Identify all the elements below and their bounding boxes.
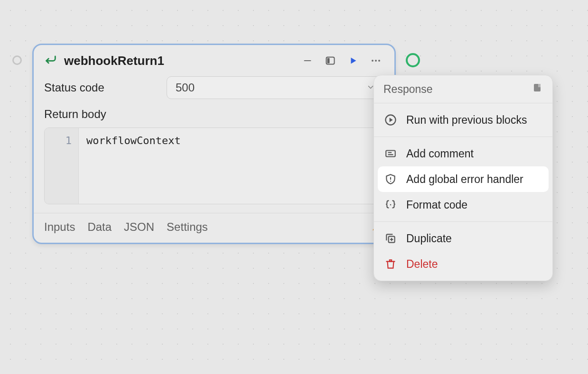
tab-inputs[interactable]: Inputs bbox=[44, 220, 75, 234]
menu-header: Response bbox=[374, 75, 552, 103]
braces-icon bbox=[383, 198, 398, 212]
menu-item-label: Duplicate bbox=[406, 232, 452, 245]
trash-icon bbox=[383, 257, 398, 271]
menu-run-previous[interactable]: Run with previous blocks bbox=[378, 107, 549, 133]
code-gutter: 1 bbox=[45, 128, 79, 204]
menu-format-code[interactable]: Format code bbox=[378, 192, 549, 218]
panel-toggle-button[interactable] bbox=[322, 53, 338, 69]
svg-rect-2 bbox=[327, 58, 330, 64]
docs-icon[interactable] bbox=[532, 82, 543, 96]
node-output-port[interactable] bbox=[406, 53, 420, 67]
menu-delete[interactable]: Delete bbox=[378, 251, 549, 277]
menu-duplicate[interactable]: Duplicate bbox=[378, 226, 549, 251]
menu-item-label: Add comment bbox=[406, 147, 474, 160]
duplicate-icon bbox=[383, 231, 398, 246]
menu-item-label: Add global error handler bbox=[406, 173, 523, 186]
code-content[interactable]: workflowContext bbox=[79, 128, 383, 204]
play-circle-icon bbox=[383, 113, 398, 127]
minimize-button[interactable] bbox=[299, 53, 316, 69]
run-button[interactable] bbox=[345, 53, 361, 69]
more-options-button[interactable] bbox=[368, 53, 384, 69]
line-number: 1 bbox=[45, 135, 72, 146]
menu-title: Response bbox=[383, 83, 433, 96]
comment-icon bbox=[383, 146, 398, 161]
status-code-label: Status code bbox=[44, 81, 167, 94]
svg-point-15 bbox=[390, 181, 391, 182]
menu-item-label: Run with previous blocks bbox=[406, 114, 527, 127]
svg-point-16 bbox=[390, 204, 392, 206]
svg-point-3 bbox=[372, 60, 373, 62]
status-code-select[interactable]: 500 bbox=[167, 76, 384, 99]
code-editor[interactable]: 1 workflowContext bbox=[44, 128, 384, 204]
return-arrow-icon bbox=[44, 53, 57, 68]
node-footer: Inputs Data JSON Settings bbox=[34, 213, 394, 243]
tab-settings[interactable]: Settings bbox=[167, 220, 208, 234]
tab-json[interactable]: JSON bbox=[124, 220, 154, 234]
workflow-node-card: webhookReturn1 Status code 500 bbox=[32, 44, 396, 244]
node-body: Status code 500 Return body 1 workflowCo… bbox=[34, 73, 394, 213]
return-body-label: Return body bbox=[44, 108, 384, 121]
menu-add-comment[interactable]: Add comment bbox=[378, 141, 549, 166]
menu-item-label: Delete bbox=[406, 258, 438, 271]
svg-rect-9 bbox=[538, 84, 541, 87]
svg-point-4 bbox=[375, 60, 377, 62]
menu-add-global-error-handler[interactable]: Add global error handler bbox=[378, 166, 549, 192]
node-header: webhookReturn1 bbox=[34, 45, 394, 73]
svg-rect-11 bbox=[386, 151, 395, 157]
context-menu: Response Run with previous blocks Add co… bbox=[373, 75, 553, 281]
menu-item-label: Format code bbox=[406, 199, 467, 211]
svg-point-5 bbox=[378, 60, 380, 62]
status-code-value: 500 bbox=[176, 81, 195, 94]
node-input-port[interactable] bbox=[12, 55, 22, 65]
status-code-field: Status code 500 bbox=[44, 76, 384, 99]
tab-data[interactable]: Data bbox=[87, 220, 112, 234]
node-title[interactable]: webhookReturn1 bbox=[64, 54, 293, 68]
shield-alert-icon bbox=[383, 172, 398, 186]
